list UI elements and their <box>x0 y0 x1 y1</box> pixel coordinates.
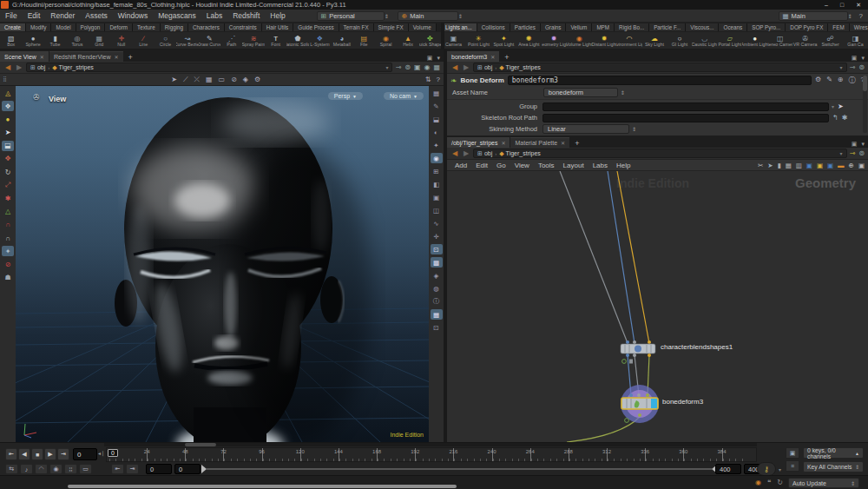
shelf-divider[interactable] <box>441 23 444 50</box>
display-option-icon[interactable]: ▩ <box>431 257 443 268</box>
keyframe-view-icon[interactable]: ▣ <box>786 447 799 459</box>
viewport-tool-icon[interactable]: ⚙ <box>254 76 260 84</box>
radial-menu-dropdown[interactable]: ⊕Main <box>398 11 458 21</box>
network-toolbar-icon[interactable]: ✂ <box>758 162 763 169</box>
display-option-icon[interactable]: ✦ <box>431 140 443 150</box>
param-header-icon[interactable]: ⚙ <box>815 76 821 85</box>
network-toolbar-icon[interactable]: ▣ <box>858 162 865 169</box>
shelf-tab[interactable]: Hair Utils <box>262 23 294 31</box>
viewport-tool-icon[interactable]: ⟋ <box>183 76 188 84</box>
timeline-ruler[interactable]: 2448729612014416819221624026428831233636… <box>106 447 757 462</box>
shelf-tab[interactable]: FEM <box>828 23 849 31</box>
display-option-icon[interactable]: ✛ <box>431 231 443 241</box>
viewport-tool-icon[interactable]: ➤ <box>171 76 177 84</box>
shelf-tool[interactable]: ✤ Quick Shapes <box>419 32 441 50</box>
shelf-tool[interactable]: ▣ Camera <box>441 32 466 50</box>
menu-item[interactable]: Help <box>265 11 290 20</box>
interrupt-icon[interactable]: ◉ <box>755 479 761 486</box>
viewport-tool-icon[interactable]: ⇅ <box>425 76 431 83</box>
viewport-side-tool-icon[interactable]: ⤢ <box>2 180 14 190</box>
param-header-icon[interactable]: ⊕ <box>838 76 844 85</box>
shelf-tool[interactable]: ✛ Null <box>110 32 132 50</box>
menu-item[interactable]: Megascans <box>153 11 201 20</box>
display-option-icon[interactable]: ⊡ <box>431 244 443 254</box>
layout-icon[interactable]: ▦ <box>433 63 440 71</box>
display-option-icon[interactable]: ◉ <box>431 153 443 163</box>
playback-option-icon[interactable]: ◉ <box>49 464 62 474</box>
param-header-icon[interactable]: ✎ <box>826 76 832 85</box>
shelf-tool[interactable]: ▮ Tube <box>44 32 66 50</box>
camera-select-button[interactable]: No cam▼ <box>384 92 424 100</box>
pane-tab[interactable]: /obj/Tiger_stripes✕ <box>447 137 510 148</box>
display-option-icon[interactable]: ✎ <box>431 101 443 111</box>
network-toolbar-icon[interactable]: ▬ <box>838 162 845 169</box>
shelf-tab[interactable]: Deform <box>105 23 133 31</box>
menu-item[interactable]: Assets <box>80 11 113 20</box>
shelf-tool[interactable]: ↝ Curve Bezier <box>176 32 198 50</box>
network-menu-item[interactable]: Edit <box>471 162 492 169</box>
select-geometry-icon[interactable]: ➤ <box>838 102 844 110</box>
pane-menu-icon[interactable]: ▾ <box>437 55 440 62</box>
follow-path-icon[interactable]: ⊸ <box>850 149 856 157</box>
shelf-tool[interactable]: ○ GI Light <box>667 32 692 50</box>
shelf-tool[interactable]: ⋰ Path <box>220 32 242 50</box>
shelf-tab[interactable]: Constraints <box>225 23 262 31</box>
shelf-tool[interactable]: ◫ Stereo Camera <box>767 32 792 50</box>
shelf-tool[interactable]: ✎ Draw Curve <box>199 32 220 50</box>
shelf-tool[interactable]: ● Ambient Light <box>742 32 767 50</box>
playback-option-icon[interactable]: ▭ <box>79 464 92 474</box>
message-log-icon[interactable]: ❝ <box>767 479 771 486</box>
pane-tab[interactable]: Redshift RenderView✕ <box>49 51 123 62</box>
shelf-tab[interactable]: Vellum <box>566 23 592 31</box>
viewport-tool-icon[interactable]: ◈ <box>243 76 248 84</box>
viewport-tool-icon[interactable]: ? <box>437 76 440 83</box>
shelf-tool[interactable]: ○ Circle <box>155 32 176 50</box>
link-icon[interactable]: ⊚ <box>858 63 865 71</box>
param-header-icon[interactable]: ⓘ <box>849 76 856 85</box>
viewport-side-tool-icon[interactable]: ➤ <box>2 128 14 138</box>
refresh-icon[interactable]: ↻ <box>777 479 783 486</box>
shelf-tab[interactable]: Modify <box>26 23 52 31</box>
shelf-tool[interactable]: ◠ Environment Light <box>617 32 642 50</box>
close-tab-icon[interactable]: ✕ <box>115 54 119 60</box>
menu-item[interactable]: Windows <box>113 11 153 20</box>
viewport-side-tool-icon[interactable]: △ <box>2 207 14 217</box>
network-toolbar-icon[interactable]: ⊕ <box>849 162 854 169</box>
shelf-tab[interactable]: Model <box>51 23 76 31</box>
path-dropdown-icon[interactable]: ▾ <box>840 150 843 156</box>
pane-menu-icon[interactable]: ▾ <box>861 141 865 148</box>
asset-name-spinner[interactable]: ⇕ <box>621 89 625 96</box>
viewport-side-tool-icon[interactable]: ◬ <box>2 88 14 98</box>
menu-item[interactable]: Redshift <box>227 11 265 20</box>
shelf-tool[interactable]: ✇ VR Camera <box>792 32 818 50</box>
pane-tab[interactable]: Scene View✕ <box>0 51 49 62</box>
transport-button[interactable]: ⇥ <box>57 448 69 460</box>
channel-sliders-icon[interactable]: ≡ <box>786 460 799 472</box>
network-menu-item[interactable]: Tools <box>534 162 559 169</box>
shelf-tab[interactable]: Simple FX <box>374 23 409 31</box>
display-option-icon[interactable]: ◍ <box>431 283 443 294</box>
path-dropdown-icon[interactable]: ▾ <box>840 64 843 70</box>
shelf-tool[interactable]: ≋ Spray Paint <box>242 32 264 50</box>
skinning-method-dropdown[interactable]: Linear <box>542 124 629 134</box>
add-pane-tab-button[interactable]: + <box>500 53 513 62</box>
range-slider[interactable] <box>207 468 712 470</box>
display-option-icon[interactable]: ⓘ <box>431 296 443 307</box>
shelf-tab[interactable]: Particle F... <box>649 23 686 31</box>
viewport-side-tool-icon[interactable]: ↻ <box>2 167 14 177</box>
viewport-tool-icon[interactable]: ▭ <box>219 76 226 84</box>
shelf-tab[interactable]: SOP Pyro... <box>747 23 786 31</box>
back-icon[interactable]: ◀ <box>3 63 12 71</box>
pane-menu-icon[interactable]: ▾ <box>861 55 865 62</box>
display-option-icon[interactable]: ◈ <box>431 270 443 281</box>
link-icon[interactable]: ⊚ <box>404 63 411 71</box>
shelf-tab[interactable]: Characters <box>188 23 225 31</box>
transport-button[interactable]: ⇤ <box>5 448 17 460</box>
close-tab-icon[interactable]: ✕ <box>561 140 565 146</box>
shelf-tab[interactable]: Collisions <box>477 23 510 31</box>
close-tab-icon[interactable]: ✕ <box>40 54 44 60</box>
viewport-side-tool-icon[interactable]: ✦ <box>2 246 14 256</box>
maximize-button[interactable]: □ <box>840 2 844 9</box>
shelf-tab[interactable]: Guide Process <box>293 23 339 31</box>
shelf-tool[interactable]: ▱ Portal Light <box>717 32 742 50</box>
